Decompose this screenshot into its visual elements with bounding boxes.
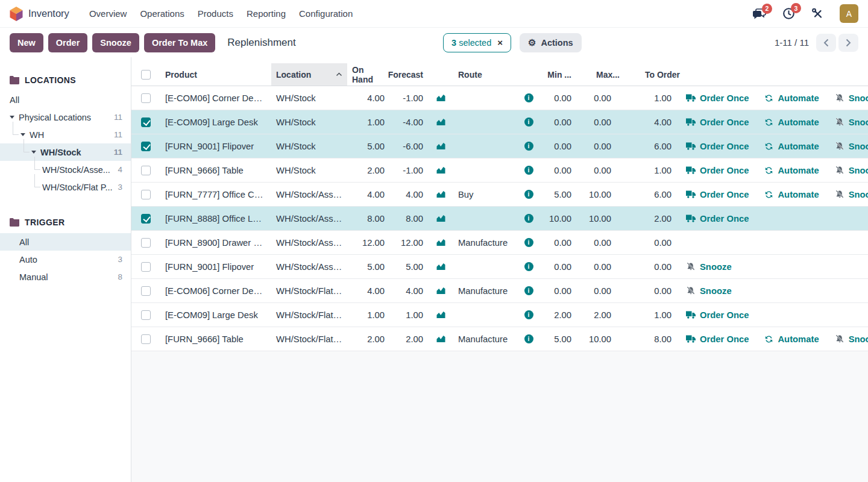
- min-quantity-cell[interactable]: 5.00: [541, 334, 576, 344]
- route-cell[interactable]: Manufacture: [453, 238, 516, 248]
- forecast-cell[interactable]: 2.00: [389, 334, 428, 344]
- column-header-to-order[interactable]: To Order: [624, 63, 685, 86]
- new-button[interactable]: New: [10, 33, 43, 52]
- order-once-button[interactable]: Order Once: [686, 166, 749, 175]
- caret-down-icon[interactable]: [10, 116, 14, 119]
- table-row[interactable]: [FURN_7777] Office Chair WH/Stock/Asse..…: [131, 183, 868, 207]
- min-quantity-cell[interactable]: 0.00: [541, 117, 576, 127]
- row-checkbox[interactable]: [141, 190, 151, 199]
- info-icon[interactable]: i: [524, 142, 533, 151]
- info-icon[interactable]: i: [524, 166, 533, 175]
- forecast-cell[interactable]: 4.00: [389, 190, 428, 199]
- location-cell[interactable]: WH/Stock/Flat P...: [271, 286, 347, 296]
- on-hand-cell[interactable]: 2.00: [347, 166, 389, 175]
- table-row[interactable]: [E-COM09] Large Desk WH/Stock 1.00 -4.00…: [131, 110, 868, 134]
- location-cell[interactable]: WH/Stock/Flat P...: [271, 334, 347, 344]
- location-cell[interactable]: WH/Stock: [271, 166, 347, 175]
- caret-down-icon[interactable]: [20, 133, 25, 136]
- to-order-cell[interactable]: 6.00: [624, 142, 685, 151]
- order-once-button[interactable]: Order Once: [686, 93, 749, 103]
- automate-button[interactable]: Automate: [764, 334, 819, 344]
- to-order-cell[interactable]: 1.00: [624, 93, 685, 103]
- to-order-cell[interactable]: 8.00: [624, 334, 685, 344]
- max-quantity-cell[interactable]: 0.00: [576, 93, 624, 103]
- on-hand-cell[interactable]: 4.00: [347, 93, 389, 103]
- sidebar-location-wh-stock-flat-p-[interactable]: WH/Stock/Flat P... 3: [0, 178, 131, 196]
- row-checkbox[interactable]: [141, 142, 151, 151]
- max-quantity-cell[interactable]: 0.00: [576, 262, 624, 272]
- column-header-route[interactable]: Route: [453, 63, 516, 86]
- route-cell[interactable]: Manufacture: [453, 334, 516, 344]
- column-header-min[interactable]: Min ...: [541, 63, 576, 86]
- product-cell[interactable]: [FURN_7777] Office Chair: [160, 190, 271, 199]
- caret-down-icon[interactable]: [31, 151, 36, 154]
- to-order-cell[interactable]: 0.00: [624, 238, 685, 248]
- forecast-cell[interactable]: 8.00: [389, 214, 428, 224]
- info-icon[interactable]: i: [524, 190, 533, 199]
- forecast-cell[interactable]: 5.00: [389, 262, 428, 272]
- nav-menu-overview[interactable]: Overview: [83, 5, 134, 22]
- product-cell[interactable]: [E-COM09] Large Desk: [160, 117, 271, 127]
- activities-button[interactable]: 3: [782, 7, 795, 20]
- forecast-report-button[interactable]: [436, 142, 446, 150]
- snooze-button[interactable]: Snooze: [835, 190, 868, 199]
- min-quantity-cell[interactable]: 0.00: [541, 286, 576, 296]
- info-icon[interactable]: i: [524, 334, 533, 343]
- column-header-max[interactable]: Max...: [576, 63, 624, 86]
- min-quantity-cell[interactable]: 0.00: [541, 142, 576, 151]
- row-checkbox[interactable]: [141, 166, 151, 175]
- forecast-cell[interactable]: -1.00: [389, 166, 428, 175]
- row-checkbox[interactable]: [141, 310, 151, 320]
- forecast-cell[interactable]: -6.00: [389, 142, 428, 151]
- row-checkbox[interactable]: [141, 262, 151, 272]
- location-cell[interactable]: WH/Stock/Flat P...: [271, 310, 347, 320]
- forecast-report-button[interactable]: [436, 118, 446, 126]
- max-quantity-cell[interactable]: 0.00: [576, 117, 624, 127]
- product-cell[interactable]: [E-COM06] Corner Desk ...: [160, 93, 271, 103]
- select-all-checkbox[interactable]: [141, 70, 151, 80]
- route-cell[interactable]: Manufacture: [453, 286, 516, 296]
- table-row[interactable]: [FURN_8900] Drawer Black WH/Stock/Asse..…: [131, 231, 868, 255]
- automate-button[interactable]: Automate: [764, 190, 819, 199]
- info-icon[interactable]: i: [524, 310, 533, 319]
- on-hand-cell[interactable]: 1.00: [347, 117, 389, 127]
- table-row[interactable]: [FURN_9666] Table WH/Stock 2.00 -1.00 i …: [131, 158, 868, 183]
- max-quantity-cell[interactable]: 10.00: [576, 334, 624, 344]
- min-quantity-cell[interactable]: 10.00: [541, 214, 576, 224]
- route-cell[interactable]: Buy: [453, 190, 516, 199]
- forecast-cell[interactable]: -4.00: [389, 117, 428, 127]
- location-cell[interactable]: WH/Stock/Asse...: [271, 190, 347, 199]
- sidebar-location-wh-stock-asse-[interactable]: WH/Stock/Asse... 4: [0, 161, 131, 178]
- info-icon[interactable]: i: [524, 262, 533, 271]
- forecast-cell[interactable]: 4.00: [389, 286, 428, 296]
- forecast-cell[interactable]: -1.00: [389, 93, 428, 103]
- location-cell[interactable]: WH/Stock/Asse...: [271, 262, 347, 272]
- automate-button[interactable]: Automate: [764, 117, 819, 127]
- location-cell[interactable]: WH/Stock: [271, 117, 347, 127]
- product-cell[interactable]: [FURN_9666] Table: [160, 334, 271, 344]
- to-order-cell[interactable]: 1.00: [624, 166, 685, 175]
- automate-button[interactable]: Automate: [764, 93, 819, 103]
- location-cell[interactable]: WH/Stock/Asse...: [271, 238, 347, 248]
- sidebar-trigger-auto[interactable]: Auto 3: [0, 251, 131, 268]
- snooze-button[interactable]: Snooze: [835, 142, 868, 151]
- min-quantity-cell[interactable]: 2.00: [541, 310, 576, 320]
- product-cell[interactable]: [FURN_9666] Table: [160, 166, 271, 175]
- to-order-cell[interactable]: 0.00: [624, 286, 685, 296]
- on-hand-cell[interactable]: 4.00: [347, 286, 389, 296]
- table-row[interactable]: [FURN_9001] Flipover WH/Stock/Asse... 5.…: [131, 255, 868, 279]
- row-checkbox[interactable]: [141, 238, 151, 248]
- nav-menu-configuration[interactable]: Configuration: [292, 5, 359, 22]
- max-quantity-cell[interactable]: 10.00: [576, 214, 624, 224]
- column-header-on-hand[interactable]: On Hand: [347, 63, 389, 86]
- table-row[interactable]: [FURN_9666] Table WH/Stock/Flat P... 2.0…: [131, 327, 868, 351]
- product-cell[interactable]: [E-COM09] Large Desk: [160, 310, 271, 320]
- on-hand-cell[interactable]: 5.00: [347, 262, 389, 272]
- row-checkbox[interactable]: [141, 214, 151, 224]
- location-cell[interactable]: WH/Stock: [271, 93, 347, 103]
- order-to-max-button[interactable]: Order To Max: [144, 33, 215, 52]
- info-icon[interactable]: i: [524, 117, 533, 127]
- snooze-button[interactable]: Snooze: [835, 334, 868, 344]
- row-checkbox[interactable]: [141, 117, 151, 127]
- snooze-button[interactable]: Snooze: [835, 117, 868, 127]
